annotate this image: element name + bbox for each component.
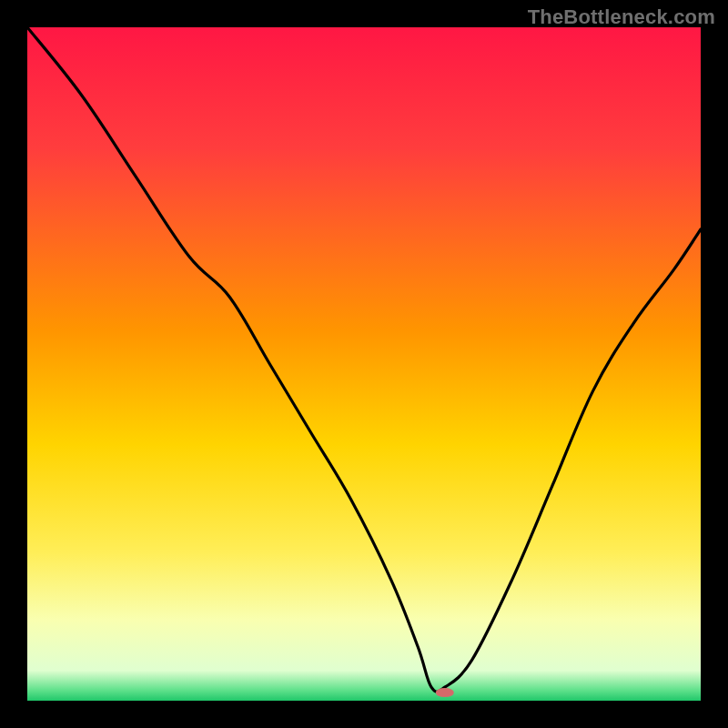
bottleneck-chart bbox=[27, 27, 701, 701]
svg-point-2 bbox=[436, 688, 454, 697]
svg-rect-0 bbox=[27, 27, 701, 701]
plot-area bbox=[27, 27, 701, 701]
watermark-text: TheBottleneck.com bbox=[528, 5, 715, 29]
chart-frame: TheBottleneck.com bbox=[0, 0, 728, 728]
